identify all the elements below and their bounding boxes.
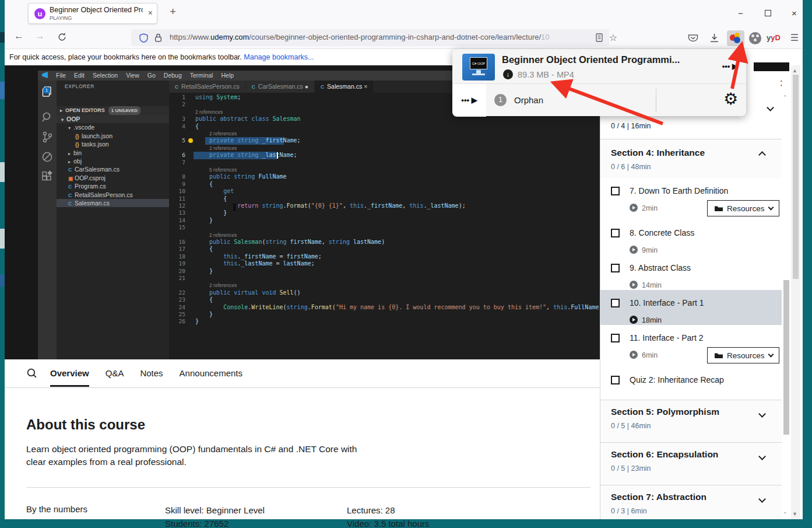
vscode-menu-selection[interactable]: Selection — [93, 72, 118, 79]
extensions-icon[interactable] — [41, 170, 54, 183]
tab-close-icon[interactable]: × — [148, 8, 153, 18]
file-tree-item-oop.csproj[interactable]: ▣OOP.csproj — [57, 174, 169, 182]
codelens-references[interactable]: 2 references — [169, 232, 600, 239]
back-icon[interactable]: ← — [14, 30, 24, 42]
code-line-7[interactable]: 7 — [169, 159, 600, 166]
debug-icon[interactable] — [41, 151, 54, 163]
lecture-checkbox[interactable] — [611, 376, 620, 384]
code-line-3[interactable]: 3public abstract class Salesman — [169, 116, 600, 123]
code-line-9[interactable]: 9 { — [169, 181, 600, 188]
vscode-menu-help[interactable]: Help — [221, 72, 234, 79]
editor-tab-salesman.cs[interactable]: CSalesman.cs × — [315, 81, 374, 93]
source-control-icon[interactable] — [41, 131, 54, 144]
code-line-21[interactable]: 21 — [169, 275, 600, 282]
section-header[interactable]: Section 5: Polymorphism 0 / 5 | 46min — [600, 400, 782, 442]
codelens-references[interactable]: 2 references — [169, 282, 600, 289]
vscode-menu-debug[interactable]: Debug — [164, 72, 182, 79]
bookmark-star-icon[interactable]: ☆ — [605, 30, 621, 46]
url-text[interactable]: https://www.udemy.com/course/beginner-ob… — [170, 33, 550, 41]
tab-close-icon[interactable]: × — [364, 83, 367, 90]
lecture-checkbox[interactable] — [611, 299, 620, 307]
code-line-5[interactable]: 5 private string _firstName; — [169, 137, 600, 144]
pocket-icon[interactable] — [688, 34, 698, 43]
code-line-20[interactable]: 20 } — [169, 268, 600, 275]
code-editor[interactable]: G AG AvetisG 𝓾 Udemy 1using System;22 re… — [169, 93, 600, 359]
code-line-14[interactable]: 14 } — [169, 217, 600, 224]
codelens-references[interactable]: 2 references — [169, 145, 600, 152]
code-line-26[interactable]: 26} — [169, 318, 600, 325]
vscode-menu-edit[interactable]: Edit — [74, 72, 85, 79]
lecture-checkbox[interactable] — [611, 187, 620, 195]
window-close-button[interactable]: × — [792, 8, 797, 18]
code-line-25[interactable]: 25 } — [169, 311, 600, 318]
url-bar[interactable]: https://www.udemy.com/course/beginner-ob… — [131, 29, 609, 46]
code-line-8[interactable]: 8 public string FullName — [169, 173, 600, 180]
lecture-checkbox[interactable] — [611, 229, 620, 237]
codelens-references[interactable]: 2 references — [169, 130, 600, 137]
file-tree-item-bin[interactable]: ▸bin — [57, 149, 169, 157]
forward-icon[interactable]: → — [35, 30, 45, 42]
file-tree-item-program.cs[interactable]: CProgram.cs — [57, 182, 169, 190]
section-header[interactable]: Section 7: Abstraction 0 / 3 | 6min — [600, 485, 782, 519]
lecture-checkbox[interactable] — [611, 264, 620, 272]
sidebar-scroll-up-icon[interactable]: ⌃ — [783, 95, 788, 100]
file-tree-item-obj[interactable]: ▸obj — [57, 157, 169, 165]
file-tree-item-launch.json[interactable]: {}launch.json — [57, 132, 169, 140]
resources-button[interactable]: Resources — [707, 200, 779, 216]
file-tree-item-carsalesman.cs[interactable]: CCarSalesman.cs — [57, 165, 169, 173]
code-line-17[interactable]: 17 { — [169, 246, 600, 253]
code-line-10[interactable]: 10 get — [169, 188, 600, 195]
reload-icon[interactable] — [57, 32, 67, 42]
lecture-item[interactable]: 10. Interface - Part 1 18min — [600, 290, 782, 325]
editor-tab-carsalesman.cs[interactable]: CCarSalesman.cs ● — [246, 81, 315, 93]
codelens-references[interactable]: 5 references — [169, 166, 600, 173]
file-tree-item-oop[interactable]: ▾OOP — [57, 115, 169, 123]
sidebar-scroll-thumb[interactable] — [783, 280, 789, 435]
code-line-4[interactable]: 4{ — [169, 123, 600, 130]
page-scroll-up-icon[interactable]: ▲ — [792, 68, 797, 74]
code-line-24[interactable]: 24 Console.WriteLine(string.Format("Hi m… — [169, 304, 600, 311]
page-scroll-down-icon[interactable]: ▼ — [792, 511, 797, 517]
queue-expand-button[interactable]: ••• ▶ — [452, 84, 486, 117]
sidebar-scrollbar[interactable]: ⌃ ⌄ — [782, 65, 791, 519]
new-tab-button[interactable]: + — [170, 5, 176, 18]
code-line-16[interactable]: 16 public Salesman(string firstName, str… — [169, 239, 600, 246]
file-tree-item-tasks.json[interactable]: {}tasks.json — [57, 140, 169, 148]
search-icon[interactable] — [41, 111, 54, 124]
vscode-menu-view[interactable]: View — [126, 72, 139, 79]
lecture-item[interactable]: 11. Interface - Part 2 6min Resources — [600, 325, 782, 367]
menu-hamburger-icon[interactable]: ☰ — [786, 30, 803, 46]
reader-view-icon[interactable] — [595, 33, 603, 42]
page-scrollbar[interactable]: ▲ ▼ — [791, 65, 800, 519]
course-tab-notes[interactable]: Notes — [140, 368, 163, 385]
code-line-15[interactable]: 15 — [169, 224, 600, 231]
popup-expand-button[interactable]: ••• ▶ — [722, 62, 738, 71]
lecture-checkbox[interactable] — [611, 334, 620, 342]
window-minimize-button[interactable]: − — [738, 8, 743, 18]
section-header[interactable]: Section 6: Encapsulation 0 / 5 | 23min — [600, 443, 782, 485]
lecture-item[interactable]: 7. Down To Earth Definition 2min Resourc… — [600, 178, 782, 220]
lightbulb-icon[interactable] — [188, 138, 193, 143]
shield-icon[interactable] — [139, 33, 148, 43]
settings-gear-icon[interactable]: ⚙ — [723, 89, 738, 109]
idm-extension-icon[interactable] — [727, 30, 744, 46]
vscode-menu-terminal[interactable]: Terminal — [190, 72, 213, 79]
editor-tab-retailsalesperson.cs[interactable]: CRetailSalesPerson.cs — [169, 81, 246, 93]
search-content-icon[interactable] — [26, 368, 37, 379]
page-scroll-thumb[interactable] — [793, 75, 799, 279]
yd-extension-icon[interactable]: yyD — [765, 30, 782, 46]
window-maximize-button[interactable] — [765, 10, 771, 16]
code-line-6[interactable]: 6 private string _lastName; — [169, 152, 600, 159]
section-header[interactable]: Section 4: Inheritance 0 / 6 | 48min — [600, 139, 782, 178]
browser-tab[interactable]: u Beginner Object Oriented Prog PLAYING … — [28, 3, 157, 24]
code-line-22[interactable]: 22 public virtual void Sell() — [169, 289, 600, 296]
code-line-23[interactable]: 23 { — [169, 296, 600, 303]
sidebar-scroll-down-icon[interactable]: ⌄ — [783, 509, 788, 515]
resources-button[interactable]: Resources — [707, 347, 779, 363]
course-tab-overview[interactable]: Overview — [50, 368, 89, 387]
film-reel-extension-icon[interactable] — [749, 32, 761, 44]
lock-icon[interactable] — [154, 33, 162, 42]
file-tree-item-retailsalesperson.cs[interactable]: CRetailSalesPerson.cs — [57, 191, 169, 199]
lecture-item[interactable]: 9. Abstract Class 14min — [600, 255, 782, 290]
vscode-menu-go[interactable]: Go — [147, 72, 156, 79]
